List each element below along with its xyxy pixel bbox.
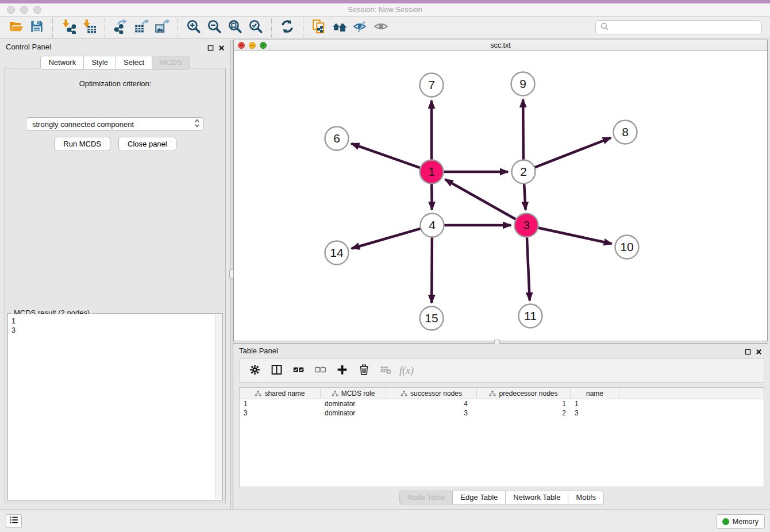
table-cell[interactable]: 2 bbox=[477, 408, 571, 418]
zoom-fit-button[interactable] bbox=[225, 18, 245, 37]
zoom-selected-icon bbox=[248, 19, 263, 36]
node-table: shared nameMCDS rolesuccessor nodesprede… bbox=[239, 387, 764, 487]
edge-3-10[interactable] bbox=[538, 228, 612, 244]
hide-selected-button[interactable] bbox=[350, 18, 371, 37]
close-panel-icon[interactable] bbox=[756, 347, 762, 357]
export-network-button[interactable] bbox=[110, 18, 131, 37]
show-columns-button[interactable] bbox=[267, 361, 286, 380]
table-cell[interactable]: 1 bbox=[477, 399, 571, 408]
svg-text:10: 10 bbox=[620, 240, 633, 253]
close-panel-button[interactable]: Close panel bbox=[118, 137, 176, 151]
function-builder-button[interactable]: f(x) bbox=[399, 365, 414, 377]
result-scrollbar[interactable] bbox=[215, 314, 222, 499]
column-header-shared-name[interactable]: shared name bbox=[240, 388, 321, 399]
tab-node-table[interactable]: Node Table bbox=[399, 491, 453, 504]
table-cell[interactable]: 4 bbox=[386, 399, 477, 408]
edge-2-8[interactable] bbox=[535, 138, 611, 168]
edge-4-14[interactable] bbox=[352, 229, 421, 249]
task-history-button[interactable] bbox=[6, 514, 22, 528]
search-field[interactable] bbox=[595, 20, 762, 35]
network-title: scc.txt bbox=[234, 41, 767, 49]
edge-3-11[interactable] bbox=[527, 237, 530, 300]
tab-edge-table[interactable]: Edge Table bbox=[452, 491, 506, 504]
node-10[interactable]: 10 bbox=[615, 236, 639, 259]
edge-3-1[interactable] bbox=[445, 179, 516, 219]
table-settings-button[interactable] bbox=[245, 361, 264, 380]
control-panel-tabs: NetworkStyleSelectMCDS bbox=[0, 56, 230, 70]
add-column-button[interactable] bbox=[333, 361, 351, 380]
close-panel-icon[interactable] bbox=[218, 43, 225, 53]
save-session-button[interactable] bbox=[26, 18, 47, 37]
network-window-titlebar[interactable]: ✕ − + scc.txt bbox=[234, 40, 767, 51]
save-floppy-icon bbox=[29, 19, 44, 36]
deselect-all-button[interactable] bbox=[311, 361, 329, 380]
node-7[interactable]: 7 bbox=[420, 74, 444, 97]
network-canvas[interactable]: 7968124314101511 bbox=[234, 51, 767, 341]
tab-network[interactable]: Network bbox=[40, 56, 84, 70]
import-table-button[interactable] bbox=[79, 18, 99, 37]
table-row[interactable]: 1dominator411 bbox=[240, 399, 764, 408]
export-table-button[interactable] bbox=[131, 18, 152, 37]
open-file-button[interactable] bbox=[6, 18, 26, 37]
table-cell[interactable]: 1 bbox=[571, 399, 619, 408]
table-panel-tabs: Node TableEdge TableNetwork TableMotifs bbox=[233, 491, 770, 504]
toolbar-separator bbox=[105, 18, 105, 37]
search-input[interactable] bbox=[609, 24, 757, 32]
float-panel-icon[interactable] bbox=[207, 43, 214, 53]
run-mcds-button[interactable]: Run MCDS bbox=[54, 137, 110, 151]
node-6[interactable]: 6 bbox=[325, 127, 349, 151]
tree-icon bbox=[401, 390, 407, 397]
edge-2-3[interactable] bbox=[524, 184, 525, 210]
edge-1-6[interactable] bbox=[351, 144, 420, 168]
mcds-panel: Optimization criterion: strongly connect… bbox=[5, 68, 226, 503]
table-cell[interactable]: dominator bbox=[321, 408, 386, 418]
column-header-name[interactable]: name bbox=[571, 388, 619, 399]
column-header-predecessor-nodes[interactable]: predecessor nodes bbox=[477, 388, 571, 399]
node-11[interactable]: 11 bbox=[519, 304, 542, 328]
table-cell[interactable]: dominator bbox=[321, 399, 386, 408]
export-image-button[interactable] bbox=[152, 18, 172, 37]
float-panel-icon[interactable] bbox=[745, 347, 751, 357]
node-9[interactable]: 9 bbox=[511, 72, 535, 96]
table-cell[interactable]: 3 bbox=[240, 408, 321, 418]
edge-4-15[interactable] bbox=[432, 237, 432, 303]
zoom-selected-button[interactable] bbox=[245, 18, 266, 37]
tab-select[interactable]: Select bbox=[116, 56, 152, 70]
table-cell[interactable]: 1 bbox=[240, 399, 321, 408]
svg-text:8: 8 bbox=[622, 125, 629, 138]
column-header-successor-nodes[interactable]: successor nodes bbox=[386, 388, 477, 399]
optimization-criterion-select[interactable]: strongly connected component bbox=[26, 117, 204, 131]
node-8[interactable]: 8 bbox=[614, 121, 637, 144]
node-4[interactable]: 4 bbox=[421, 214, 444, 237]
node-15[interactable]: 15 bbox=[420, 307, 444, 330]
table-row[interactable]: 3dominator323 bbox=[240, 408, 764, 418]
control-panel-title: Control Panel bbox=[6, 43, 51, 51]
search-icon bbox=[600, 22, 609, 33]
mcds-result-text[interactable]: 1 3 bbox=[8, 314, 215, 499]
tab-network-table[interactable]: Network Table bbox=[505, 491, 568, 504]
node-14[interactable]: 14 bbox=[325, 241, 349, 265]
delete-table-button[interactable] bbox=[376, 361, 395, 380]
table-cell[interactable]: 3 bbox=[386, 408, 477, 418]
node-1[interactable]: 1 bbox=[420, 160, 444, 184]
select-all-button[interactable] bbox=[289, 361, 307, 380]
table-cell[interactable]: 3 bbox=[571, 408, 619, 418]
tab-motifs[interactable]: Motifs bbox=[568, 491, 604, 504]
column-header-MCDS-role[interactable]: MCDS role bbox=[321, 388, 386, 399]
node-2[interactable]: 2 bbox=[512, 160, 536, 184]
tab-mcds[interactable]: MCDS bbox=[152, 56, 190, 70]
edge-2-9[interactable] bbox=[523, 99, 523, 160]
memory-button[interactable]: Memory bbox=[716, 514, 765, 529]
duplicate-network-button[interactable] bbox=[309, 18, 329, 37]
refresh-view-button[interactable] bbox=[277, 18, 298, 37]
svg-text:14: 14 bbox=[330, 246, 344, 259]
delete-column-button[interactable] bbox=[355, 361, 373, 380]
zoom-out-button[interactable] bbox=[204, 18, 225, 37]
show-all-button[interactable] bbox=[371, 18, 391, 37]
tab-style[interactable]: Style bbox=[83, 56, 116, 70]
zoom-in-button[interactable] bbox=[183, 18, 204, 37]
node-3[interactable]: 3 bbox=[515, 214, 538, 237]
import-network-button[interactable] bbox=[58, 18, 79, 37]
first-neighbors-button[interactable] bbox=[329, 18, 350, 37]
zoom-in-icon bbox=[186, 19, 201, 36]
